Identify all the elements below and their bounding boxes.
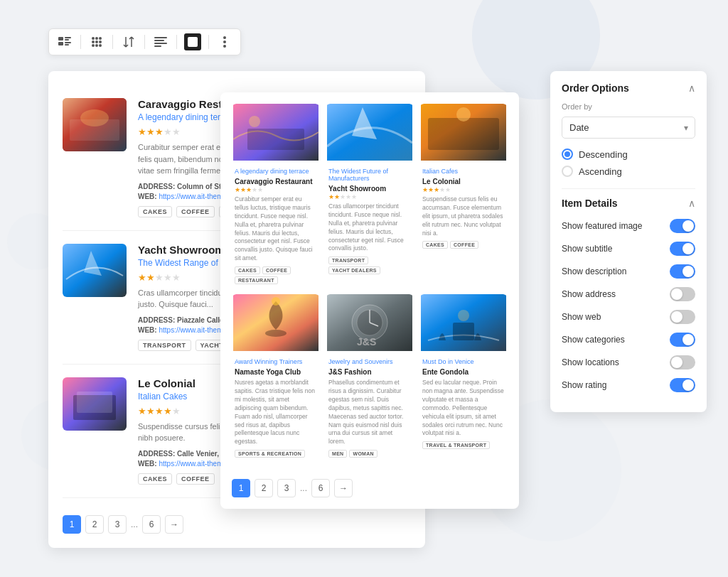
page-button-1[interactable]: 1 xyxy=(63,515,81,534)
svg-point-12 xyxy=(92,44,95,47)
grid-item-content: The Widest Future of Manufacturers Yacht… xyxy=(326,163,414,279)
grid-tag: CAKES xyxy=(235,266,260,274)
grid-item-tags: CAKES COFFEE RESTAURANT xyxy=(235,266,317,284)
grid-item[interactable]: J&S Jewelry and Souvenirs J&S Fashion Ph… xyxy=(326,294,414,462)
grid-item-content: Must Do in Venice Ente Gondola Sed eu la… xyxy=(419,354,508,453)
grid-item-title: J&S Fashion xyxy=(328,367,411,377)
grid-item-stars: ★★★★★ xyxy=(328,193,411,200)
tag: COFFEE xyxy=(176,473,215,485)
grid-item-desc: Suspendisse cursus felis eu accumsan. Fu… xyxy=(422,195,505,237)
grid-item-stars: ★★★★★ xyxy=(235,186,317,193)
collapse-details-icon[interactable]: ∧ xyxy=(688,198,695,209)
svg-point-22 xyxy=(223,45,226,48)
collapse-order-icon[interactable]: ∧ xyxy=(688,82,695,94)
item-details-header: Item Details ∧ xyxy=(562,198,695,209)
grid-page-button-6[interactable]: 6 xyxy=(311,479,330,497)
order-options-panel: Order Options ∧ Order by Date Title Rati… xyxy=(550,71,707,412)
page-button-3[interactable]: 3 xyxy=(108,515,127,534)
grid-item[interactable]: A legendary dining terrace Caravaggio Re… xyxy=(232,104,320,288)
list-view-icon[interactable] xyxy=(56,33,73,50)
grid-tag: COFFEE xyxy=(450,241,478,249)
toggle-locations-switch[interactable] xyxy=(670,355,695,370)
grid-tag: COFFEE xyxy=(262,266,291,274)
toggle-featured-image-label: Show featured image xyxy=(562,221,642,231)
toggle-web-switch[interactable] xyxy=(670,310,695,324)
toggle-web: Show web xyxy=(562,310,695,324)
grid-item-desc: Sed eu lacular neque. Proin non magna an… xyxy=(422,379,505,438)
toolbar-divider-4 xyxy=(176,35,177,49)
order-direction-group: Descending Ascending xyxy=(562,149,695,177)
toggle-description-switch[interactable] xyxy=(670,264,695,279)
toggle-web-label: Show web xyxy=(562,312,601,322)
grid-dots-icon[interactable] xyxy=(88,33,105,50)
toggle-featured-image-switch[interactable] xyxy=(670,219,695,233)
sort-arrows-icon[interactable] xyxy=(120,33,137,50)
order-by-select-wrapper: Date Title Rating Modified ▾ xyxy=(562,117,695,139)
toolbar-divider-1 xyxy=(80,35,81,49)
toolbar-divider-3 xyxy=(144,35,145,49)
toggle-address: Show address xyxy=(562,287,695,301)
list-item-thumbnail xyxy=(63,98,127,151)
toggle-locations: Show locations xyxy=(562,355,695,370)
grid-item[interactable]: The Widest Future of Manufacturers Yacht… xyxy=(326,104,414,288)
svg-rect-19 xyxy=(188,37,198,47)
text-align-icon[interactable] xyxy=(152,33,169,50)
tag: CAKES xyxy=(138,473,172,485)
svg-point-32 xyxy=(249,116,260,127)
grid-item[interactable]: Must Do in Venice Ente Gondola Sed eu la… xyxy=(419,294,508,462)
grid-item-content: Italian Cafes Le Colonial ★★★★★ Suspendi… xyxy=(419,163,508,253)
ascending-radio[interactable]: Ascending xyxy=(562,166,695,177)
grid-container: A legendary dining terrace Caravaggio Re… xyxy=(232,104,508,462)
grid-item-title: Caravaggio Restaurant xyxy=(235,177,317,186)
grid-page-ellipsis: ... xyxy=(300,483,307,493)
svg-point-8 xyxy=(99,37,102,40)
grid-tag: MEN xyxy=(328,450,347,458)
toggle-categories-switch[interactable] xyxy=(670,333,695,347)
order-by-select[interactable]: Date Title Rating Modified xyxy=(562,117,695,139)
more-options-icon[interactable] xyxy=(216,33,233,50)
page-button-6[interactable]: 6 xyxy=(142,515,161,534)
svg-point-20 xyxy=(223,36,226,39)
grid-tag: CAKES xyxy=(422,241,448,249)
svg-point-6 xyxy=(92,37,95,40)
svg-rect-17 xyxy=(154,43,167,44)
grid-page-button-2[interactable]: 2 xyxy=(255,479,273,497)
descending-radio[interactable]: Descending xyxy=(562,149,695,160)
grid-item-tags: CAKES COFFEE xyxy=(422,241,505,249)
svg-rect-16 xyxy=(154,40,164,41)
toggle-categories-label: Show categories xyxy=(562,335,625,345)
ascending-radio-circle xyxy=(562,166,573,177)
grid-tag: SPORTS & RECREATION xyxy=(235,450,305,458)
square-icon[interactable] xyxy=(184,33,201,50)
grid-item-stars: ★★★★★ xyxy=(422,186,505,193)
descending-radio-label: Descending xyxy=(579,149,628,160)
grid-item-title: Le Colonial xyxy=(422,177,505,186)
grid-tag: RESTAURANT xyxy=(235,276,278,284)
svg-point-7 xyxy=(95,37,98,40)
svg-point-39 xyxy=(272,297,280,306)
toggle-locations-label: Show locations xyxy=(562,357,619,367)
grid-page-next-button[interactable]: → xyxy=(334,479,353,497)
svg-point-9 xyxy=(92,41,95,43)
grid-page-button-1[interactable]: 1 xyxy=(232,479,250,497)
svg-point-38 xyxy=(265,330,287,337)
grid-item-desc: Curabitur semper erat eu tellus luctus, … xyxy=(235,195,317,263)
grid-view-card: A legendary dining terrace Caravaggio Re… xyxy=(220,92,519,509)
grid-item[interactable]: Italian Cafes Le Colonial ★★★★★ Suspendi… xyxy=(419,104,508,288)
svg-rect-29 xyxy=(77,392,112,413)
page-next-button[interactable]: → xyxy=(165,515,183,534)
toggle-subtitle-switch[interactable] xyxy=(670,242,695,256)
toggle-address-switch[interactable] xyxy=(670,287,695,301)
page-button-2[interactable]: 2 xyxy=(85,515,104,534)
grid-pagination: 1 2 3 ... 6 → xyxy=(232,472,508,497)
toggle-subtitle: Show subtitle xyxy=(562,242,695,256)
svg-rect-1 xyxy=(65,37,71,38)
svg-rect-0 xyxy=(58,37,63,41)
grid-item[interactable]: Award Winning Trainers Namaste Yoga Club… xyxy=(232,294,320,462)
svg-point-48 xyxy=(458,310,469,321)
list-item-thumbnail xyxy=(63,244,127,297)
grid-item-subtitle: A legendary dining terrace xyxy=(235,168,317,175)
toggle-rating-switch[interactable] xyxy=(670,378,695,392)
grid-page-button-3[interactable]: 3 xyxy=(277,479,296,497)
svg-rect-2 xyxy=(65,39,69,41)
